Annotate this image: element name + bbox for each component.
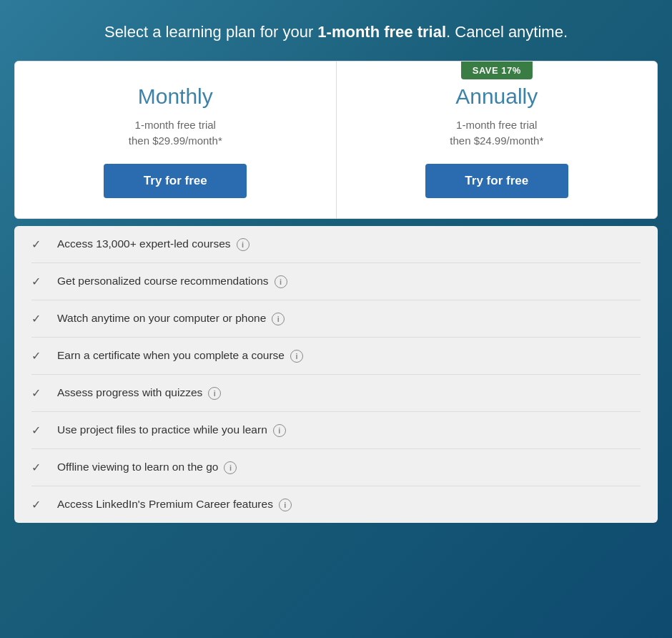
feature-text: Access 13,000+ expert-led coursesi — [57, 237, 641, 251]
save-badge: SAVE 17% — [461, 62, 533, 79]
feature-text: Access LinkedIn's Premium Career feature… — [57, 498, 641, 511]
plans-card: Monthly 1-month free trial then $29.99/m… — [14, 61, 658, 219]
page-header: Select a learning plan for your 1-month … — [14, 21, 658, 44]
annually-plan-title: Annually — [354, 84, 641, 109]
feature-text: Get personalized course recommendationsi — [57, 275, 641, 288]
feature-text: Assess progress with quizzesi — [57, 386, 641, 400]
checkmark-icon: ✓ — [31, 275, 46, 288]
monthly-try-button[interactable]: Try for free — [104, 164, 247, 198]
checkmark-icon: ✓ — [31, 498, 46, 511]
feature-text: Offline viewing to learn on the goi — [57, 461, 641, 474]
info-icon[interactable]: i — [273, 424, 286, 437]
monthly-plan-title: Monthly — [32, 84, 319, 109]
info-icon[interactable]: i — [208, 387, 221, 400]
feature-item: ✓Watch anytime on your computer or phone… — [31, 300, 641, 338]
annually-plan: SAVE 17% Annually 1-month free trial the… — [337, 62, 658, 218]
feature-item: ✓Use project files to practice while you… — [31, 412, 641, 449]
page-container: Select a learning plan for your 1-month … — [14, 21, 658, 523]
feature-item: ✓Assess progress with quizzesi — [31, 375, 641, 412]
feature-item: ✓Access 13,000+ expert-led coursesi — [31, 226, 641, 263]
features-section: ✓Access 13,000+ expert-led coursesi✓Get … — [14, 226, 658, 523]
info-icon[interactable]: i — [275, 275, 287, 288]
checkmark-icon: ✓ — [31, 237, 46, 251]
annually-try-button[interactable]: Try for free — [425, 164, 568, 198]
feature-item: ✓Get personalized course recommendations… — [31, 263, 641, 300]
checkmark-icon: ✓ — [31, 461, 46, 474]
feature-item: ✓Access LinkedIn's Premium Career featur… — [31, 486, 641, 523]
info-icon[interactable]: i — [279, 499, 292, 511]
checkmark-icon: ✓ — [31, 423, 46, 437]
info-icon[interactable]: i — [237, 238, 249, 251]
annually-plan-description: 1-month free trial then $24.99/month* — [354, 117, 641, 149]
info-icon[interactable]: i — [290, 350, 303, 363]
info-icon[interactable]: i — [224, 461, 237, 474]
checkmark-icon: ✓ — [31, 386, 46, 400]
monthly-plan: Monthly 1-month free trial then $29.99/m… — [15, 62, 337, 218]
feature-text: Use project files to practice while you … — [57, 423, 641, 437]
checkmark-icon: ✓ — [31, 312, 46, 325]
monthly-plan-description: 1-month free trial then $29.99/month* — [32, 117, 319, 149]
feature-item: ✓Earn a certificate when you complete a … — [31, 338, 641, 375]
checkmark-icon: ✓ — [31, 349, 46, 363]
feature-text: Earn a certificate when you complete a c… — [57, 349, 641, 363]
feature-text: Watch anytime on your computer or phonei — [57, 312, 641, 325]
info-icon[interactable]: i — [272, 313, 285, 325]
feature-item: ✓Offline viewing to learn on the goi — [31, 449, 641, 486]
